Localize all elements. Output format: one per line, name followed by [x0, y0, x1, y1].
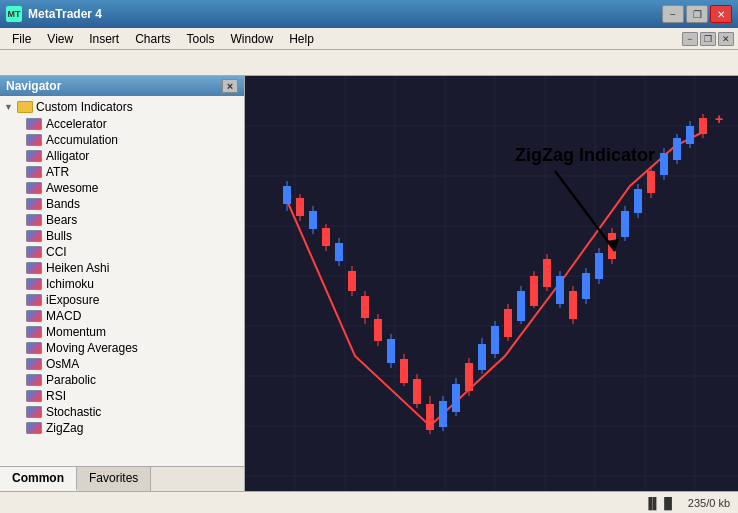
nav-item-accumulation[interactable]: Accumulation: [0, 132, 244, 148]
nav-item-bears[interactable]: Bears: [0, 212, 244, 228]
nav-tabs: Common Favorites: [0, 466, 244, 491]
nav-item-stochastic[interactable]: Stochastic: [0, 404, 244, 420]
folder-icon: [17, 101, 33, 113]
menu-bar: File View Insert Charts Tools Window Hel…: [0, 28, 738, 50]
nav-tree[interactable]: ▼ Custom Indicators Accelerator Accumula…: [0, 96, 244, 466]
nav-item-bulls[interactable]: Bulls: [0, 228, 244, 244]
inner-restore-button[interactable]: ❐: [700, 32, 716, 46]
indicator-icon: [26, 278, 42, 290]
nav-item-ichimoku[interactable]: Ichimoku: [0, 276, 244, 292]
svg-rect-67: [595, 253, 603, 279]
svg-rect-51: [491, 326, 499, 354]
status-bar: ▐▌▐▌ 235/0 kb: [0, 491, 738, 513]
nav-item-alligator[interactable]: Alligator: [0, 148, 244, 164]
svg-rect-29: [348, 271, 356, 291]
svg-rect-59: [543, 259, 551, 287]
nav-item-cci[interactable]: CCI: [0, 244, 244, 260]
indicator-icon: [26, 374, 42, 386]
svg-rect-45: [452, 384, 460, 412]
svg-rect-77: [660, 153, 668, 175]
svg-rect-83: [699, 118, 707, 134]
nav-item-rsi[interactable]: RSI: [0, 388, 244, 404]
svg-text:+: +: [715, 111, 723, 127]
svg-rect-0: [245, 76, 738, 491]
chart-area[interactable]: + ZigZag Indicator: [245, 76, 738, 491]
navigator-panel: Navigator × ▼ Custom Indicators Accelera…: [0, 76, 245, 491]
nav-item-momentum[interactable]: Momentum: [0, 324, 244, 340]
menu-tools[interactable]: Tools: [179, 30, 223, 48]
menu-insert[interactable]: Insert: [81, 30, 127, 48]
tab-common[interactable]: Common: [0, 467, 77, 491]
menu-charts[interactable]: Charts: [127, 30, 178, 48]
indicator-icon: [26, 406, 42, 418]
svg-rect-35: [387, 339, 395, 363]
indicator-icon: [26, 422, 42, 434]
menu-file[interactable]: File: [4, 30, 39, 48]
restore-button[interactable]: ❐: [686, 5, 708, 23]
title-bar: MT MetaTrader 4 − ❐ ✕: [0, 0, 738, 28]
svg-rect-79: [673, 138, 681, 160]
nav-item-atr[interactable]: ATR: [0, 164, 244, 180]
main-layout: Navigator × ▼ Custom Indicators Accelera…: [0, 76, 738, 491]
svg-rect-33: [374, 319, 382, 341]
nav-item-bands[interactable]: Bands: [0, 196, 244, 212]
expand-icon: ▼: [4, 102, 14, 112]
indicator-icon: [26, 150, 42, 162]
indicator-icon: [26, 134, 42, 146]
title-bar-controls: − ❐ ✕: [662, 5, 732, 23]
app-icon: MT: [6, 6, 22, 22]
menu-view[interactable]: View: [39, 30, 81, 48]
svg-rect-55: [517, 291, 525, 321]
nav-item-osma[interactable]: OsMA: [0, 356, 244, 372]
nav-item-awesome[interactable]: Awesome: [0, 180, 244, 196]
svg-rect-65: [582, 273, 590, 299]
nav-item-parabolic[interactable]: Parabolic: [0, 372, 244, 388]
svg-rect-23: [309, 211, 317, 229]
nav-item-iexposure[interactable]: iExposure: [0, 292, 244, 308]
menu-window[interactable]: Window: [223, 30, 282, 48]
svg-rect-61: [556, 276, 564, 304]
svg-rect-25: [322, 228, 330, 246]
svg-text:ZigZag Indicator: ZigZag Indicator: [515, 145, 655, 165]
svg-rect-49: [478, 344, 486, 370]
status-indicator: ▐▌▐▌: [645, 497, 676, 509]
chart-svg: + ZigZag Indicator: [245, 76, 738, 491]
indicator-icon: [26, 294, 42, 306]
svg-rect-81: [686, 126, 694, 144]
navigator-title: Navigator: [6, 79, 61, 93]
tab-favorites[interactable]: Favorites: [77, 467, 151, 491]
indicator-icon: [26, 166, 42, 178]
nav-item-accelerator[interactable]: Accelerator: [0, 116, 244, 132]
title-bar-left: MT MetaTrader 4: [6, 6, 102, 22]
indicator-icon: [26, 230, 42, 242]
nav-item-macd[interactable]: MACD: [0, 308, 244, 324]
status-memory: 235/0 kb: [688, 497, 730, 509]
svg-rect-71: [621, 211, 629, 237]
svg-rect-53: [504, 309, 512, 337]
svg-rect-39: [413, 379, 421, 404]
nav-item-zigzag[interactable]: ZigZag: [0, 420, 244, 436]
nav-item-heiken-ashi[interactable]: Heiken Ashi: [0, 260, 244, 276]
indicator-icon: [26, 118, 42, 130]
indicator-icon: [26, 198, 42, 210]
svg-rect-63: [569, 291, 577, 319]
menu-help[interactable]: Help: [281, 30, 322, 48]
inner-window-controls: − ❐ ✕: [682, 32, 734, 46]
indicator-icon: [26, 326, 42, 338]
inner-close-button[interactable]: ✕: [718, 32, 734, 46]
minimize-button[interactable]: −: [662, 5, 684, 23]
close-button[interactable]: ✕: [710, 5, 732, 23]
indicator-icon: [26, 262, 42, 274]
inner-minimize-button[interactable]: −: [682, 32, 698, 46]
nav-section-custom-indicators[interactable]: ▼ Custom Indicators: [0, 98, 244, 116]
navigator-close-button[interactable]: ×: [222, 79, 238, 93]
nav-item-moving-averages[interactable]: Moving Averages: [0, 340, 244, 356]
svg-rect-43: [439, 401, 447, 427]
svg-rect-37: [400, 359, 408, 383]
svg-rect-31: [361, 296, 369, 318]
indicator-icon: [26, 358, 42, 370]
svg-rect-57: [530, 276, 538, 306]
svg-rect-19: [283, 186, 291, 204]
custom-indicators-label: Custom Indicators: [36, 100, 133, 114]
svg-rect-21: [296, 198, 304, 216]
